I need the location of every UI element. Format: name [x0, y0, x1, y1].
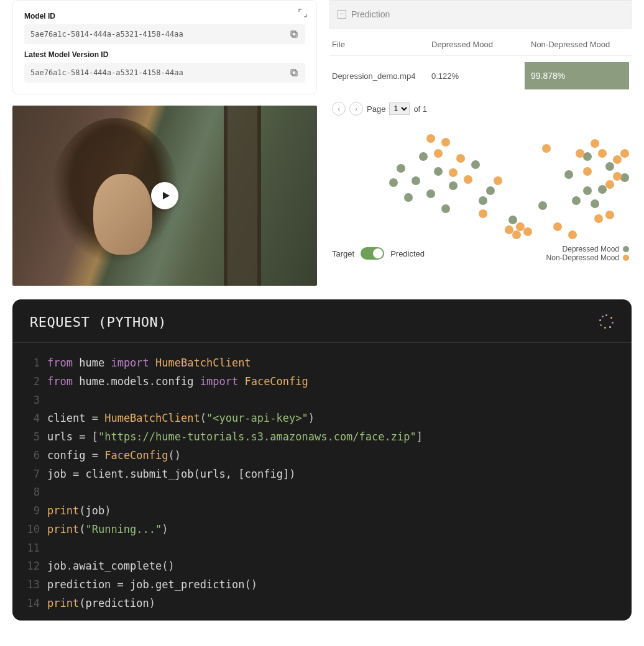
- pager-page-label: Page: [367, 104, 385, 114]
- scatter-dot: [591, 199, 599, 208]
- version-id-value: 5ae76a1c-5814-444a-a5321-4158-44aa: [30, 68, 183, 77]
- code-line: 13prediction = job.get_prediction(): [12, 576, 632, 594]
- code-lines: 1from hume import HumeBatchClient2from h…: [12, 342, 632, 613]
- svg-rect-3: [291, 70, 296, 75]
- prediction-header[interactable]: − Prediction: [329, 0, 632, 29]
- code-content: urls = ["https://hume-tutorials.s3.amazo…: [47, 428, 423, 447]
- scatter-dot: [419, 152, 428, 161]
- line-number: 11: [21, 539, 40, 558]
- model-id-value: 5ae76a1c-5814-444a-a5321-4158-44aa: [30, 30, 183, 39]
- code-line: 2from hume.models.config import FaceConf…: [12, 373, 632, 391]
- code-content: config = FaceConfig(): [47, 447, 181, 465]
- line-number: 7: [21, 465, 40, 484]
- scatter-dot: [553, 222, 562, 231]
- line-number: 10: [21, 521, 40, 539]
- legend-dot-depressed: [623, 246, 629, 252]
- legend-dot-non-depressed: [623, 255, 629, 261]
- scatter-dot: [479, 196, 487, 205]
- code-content: job.await_complete(): [47, 557, 175, 576]
- scatter-dot: [523, 227, 532, 236]
- target-predicted-toggle[interactable]: [361, 247, 384, 260]
- scatter-dot: [620, 149, 629, 158]
- code-line: 6config = FaceConfig(): [12, 447, 632, 465]
- pager-of-label: of 1: [413, 104, 427, 114]
- video-thumbnail[interactable]: [12, 106, 317, 286]
- code-line: 12job.await_complete(): [12, 557, 632, 576]
- scatter-dot: [594, 214, 603, 223]
- loading-spinner-icon: [599, 314, 614, 329]
- scatter-dot: [449, 181, 458, 190]
- scatter-dot: [464, 175, 472, 184]
- target-label: Target: [332, 249, 354, 258]
- scatter-dot: [449, 168, 458, 177]
- scatter-dot: [620, 173, 629, 182]
- line-number: 9: [21, 502, 40, 521]
- line-number: 14: [21, 594, 40, 613]
- pager-next-button[interactable]: ›: [349, 102, 363, 116]
- scatter-dot: [479, 209, 487, 218]
- line-number: 2: [21, 373, 40, 391]
- scatter-dot: [512, 230, 521, 239]
- scatter-dot: [426, 189, 435, 198]
- scatter-dot: [486, 186, 495, 195]
- scatter-dot: [441, 138, 450, 147]
- scatter-dot: [456, 154, 465, 163]
- line-number: 1: [21, 354, 40, 373]
- model-id-value-row: 5ae76a1c-5814-444a-a5321-4158-44aa: [24, 24, 305, 44]
- line-number: 4: [21, 409, 40, 428]
- code-line: 11: [12, 539, 632, 558]
- line-number: 3: [21, 391, 40, 410]
- pager-prev-button[interactable]: ‹: [332, 102, 346, 116]
- scatter-dot: [389, 178, 398, 187]
- legend-depressed: Depressed Mood: [563, 245, 619, 253]
- scatter-dot: [583, 167, 592, 176]
- code-content: job = client.submit_job(urls, [config]): [47, 465, 295, 484]
- scatter-dot: [568, 230, 577, 239]
- scatter-dot: [605, 180, 614, 189]
- code-line: 3: [12, 391, 632, 410]
- scatter-dot: [538, 201, 547, 210]
- code-line: 10print("Running..."): [12, 521, 632, 539]
- model-id-label: Model ID: [24, 12, 305, 20]
- scatter-dot: [494, 176, 502, 185]
- predicted-label: Predicted: [390, 249, 425, 258]
- scatter-dot: [404, 193, 413, 202]
- line-number: 6: [21, 447, 40, 465]
- version-id-label: Latest Model Version ID: [24, 50, 305, 59]
- code-title: REQUEST (PYTHON): [12, 314, 632, 342]
- col-file: File: [332, 40, 431, 49]
- scatter-dot: [434, 149, 443, 158]
- play-button[interactable]: [151, 182, 178, 209]
- collapse-icon[interactable]: −: [338, 10, 346, 19]
- version-id-value-row: 5ae76a1c-5814-444a-a5321-4158-44aa: [24, 63, 305, 83]
- code-line: 7job = client.submit_job(urls, [config]): [12, 465, 632, 484]
- code-content: prediction = job.get_prediction(): [47, 576, 257, 594]
- scatter-dot: [572, 196, 581, 205]
- line-number: 8: [21, 483, 40, 502]
- scatter-dot: [583, 152, 592, 161]
- pager-page-select[interactable]: 1: [389, 102, 410, 115]
- scatter-dot: [613, 172, 622, 181]
- scatter-dot: [508, 216, 517, 224]
- scatter-dot: [598, 149, 607, 158]
- prediction-table-head: File Depressed Mood Non-Depressed Mood: [329, 29, 632, 56]
- cell-depressed: 0.122%: [431, 71, 525, 81]
- svg-rect-1: [291, 31, 296, 36]
- cell-non-depressed: 99.878%: [525, 62, 629, 89]
- expand-icon[interactable]: [298, 8, 308, 18]
- code-line: 9print(job): [12, 502, 632, 521]
- col-non-depressed: Non-Depressed Mood: [531, 40, 629, 49]
- scatter-dot: [613, 155, 622, 164]
- code-content: print("Running..."): [47, 521, 168, 539]
- copy-icon[interactable]: [289, 68, 299, 78]
- svg-rect-0: [292, 32, 297, 37]
- code-content: from hume import HumeBatchClient: [47, 354, 251, 373]
- code-line: 4client = HumeBatchClient("<your-api-key…: [12, 409, 632, 428]
- copy-icon[interactable]: [289, 29, 299, 39]
- legend-non-depressed: Non-Depressed Mood: [546, 253, 619, 262]
- col-depressed: Depressed Mood: [431, 40, 531, 49]
- model-id-card: Model ID 5ae76a1c-5814-444a-a5321-4158-4…: [12, 0, 317, 94]
- code-line: 8: [12, 483, 632, 502]
- scatter-dot: [605, 162, 614, 171]
- scatter-dot: [441, 204, 450, 213]
